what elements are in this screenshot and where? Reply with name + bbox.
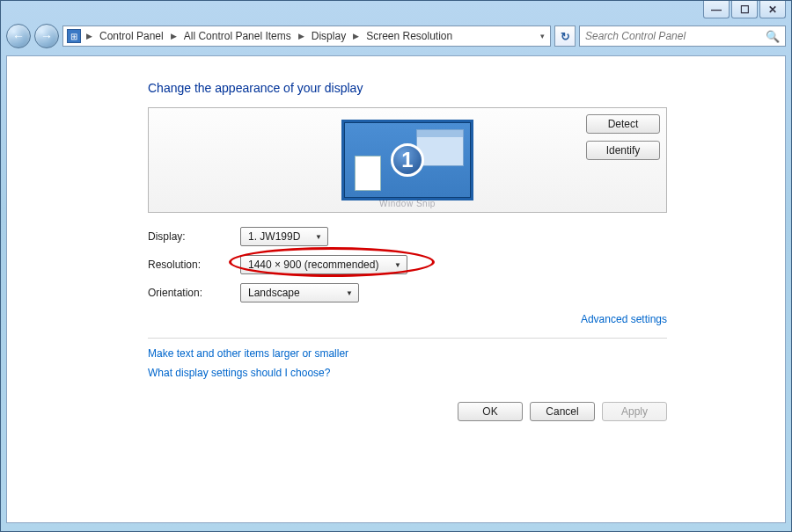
address-dropdown-icon[interactable]: ▾ <box>540 32 546 40</box>
address-bar[interactable]: ⊞ ▶ Control Panel ▶ All Control Panel It… <box>62 26 551 47</box>
refresh-button[interactable]: ↻ <box>554 26 576 47</box>
display-preview-area[interactable]: 1 Window Snip Detect Identify <box>148 107 667 213</box>
display-value: 1. JW199D <box>248 230 300 243</box>
text-size-link[interactable]: Make text and other items larger or smal… <box>148 347 667 360</box>
help-links: Make text and other items larger or smal… <box>148 338 667 379</box>
orientation-value: Landscape <box>248 287 300 299</box>
breadcrumb-sep-icon: ▶ <box>171 32 177 40</box>
nav-back-button[interactable]: ← <box>6 24 31 48</box>
settings-form: Display: 1. JW199D Resolution: 1440 × 90… <box>148 227 667 302</box>
orientation-select[interactable]: Landscape <box>240 283 359 302</box>
minimize-button[interactable]: — <box>703 1 730 18</box>
monitor-doc-icon <box>355 156 381 191</box>
breadcrumb-screen-resolution[interactable]: Screen Resolution <box>364 30 454 42</box>
display-help-link[interactable]: What display settings should I choose? <box>148 367 667 379</box>
breadcrumb-display[interactable]: Display <box>310 30 348 42</box>
breadcrumb-all-items[interactable]: All Control Panel Items <box>182 30 293 42</box>
detect-button[interactable]: Detect <box>586 114 660 134</box>
navigation-bar: ← → ⊞ ▶ Control Panel ▶ All Control Pane… <box>6 22 786 50</box>
dialog-buttons: OK Cancel Apply <box>148 402 667 421</box>
advanced-settings-link[interactable]: Advanced settings <box>581 313 667 325</box>
display-label: Display: <box>148 230 240 243</box>
search-icon: 🔍 <box>766 30 780 43</box>
breadcrumb-sep-icon: ▶ <box>86 32 92 40</box>
snip-watermark: Window Snip <box>379 199 436 208</box>
identify-button[interactable]: Identify <box>586 141 660 160</box>
breadcrumb-sep-icon: ▶ <box>298 32 304 40</box>
resolution-select[interactable]: 1440 × 900 (recommended) <box>240 255 407 274</box>
orientation-label: Orientation: <box>148 287 240 299</box>
breadcrumb-control-panel[interactable]: Control Panel <box>98 30 165 42</box>
content-panel: Change the appearance of your display 1 … <box>6 55 786 523</box>
monitor-thumbnail[interactable]: 1 <box>341 120 473 200</box>
display-select[interactable]: 1. JW199D <box>240 227 328 246</box>
control-panel-icon: ⊞ <box>67 29 81 43</box>
titlebar-buttons: — ☐ ✕ <box>703 1 786 18</box>
cancel-button[interactable]: Cancel <box>530 402 595 421</box>
ok-button[interactable]: OK <box>458 402 523 421</box>
apply-button: Apply <box>602 402 667 421</box>
monitor-number-badge: 1 <box>391 143 424 177</box>
window-frame: — ☐ ✕ ← → ⊞ ▶ Control Panel ▶ All Contro… <box>0 0 792 532</box>
close-button[interactable]: ✕ <box>759 1 786 18</box>
page-heading: Change the appearance of your display <box>148 81 667 95</box>
nav-forward-button[interactable]: → <box>34 24 59 48</box>
search-input[interactable]: Search Control Panel 🔍 <box>579 26 786 47</box>
search-placeholder: Search Control Panel <box>585 30 686 42</box>
resolution-value: 1440 × 900 (recommended) <box>248 259 378 271</box>
maximize-button[interactable]: ☐ <box>731 1 758 18</box>
breadcrumb-sep-icon: ▶ <box>353 32 359 40</box>
resolution-label: Resolution: <box>148 259 240 271</box>
